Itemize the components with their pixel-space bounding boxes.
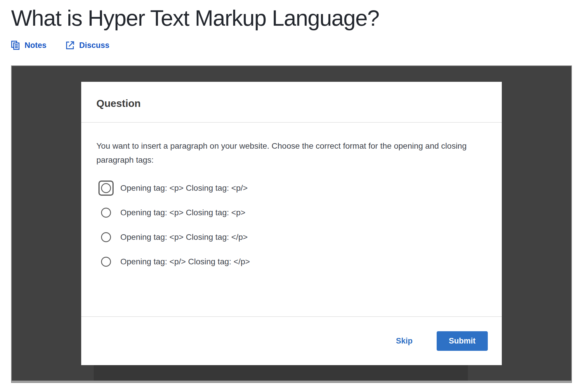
skip-button[interactable]: Skip [396, 337, 412, 346]
video-progress-bar[interactable] [12, 381, 571, 382]
radio-slot [96, 254, 116, 270]
discuss-link-label: Discuss [79, 41, 110, 50]
answer-option-4[interactable]: Opening tag: <p/> Closing tag: </p> [96, 254, 487, 270]
page-header: What is Hyper Text Markup Language? Note… [0, 0, 583, 50]
modal-body: You want to insert a paragraph on your w… [81, 123, 502, 316]
radio-button[interactable] [101, 208, 111, 218]
answer-option-2[interactable]: Opening tag: <p> Closing tag: <p> [96, 204, 487, 221]
video-frame [94, 365, 468, 381]
modal-footer: Skip Submit [81, 316, 502, 365]
option-label: Opening tag: <p/> Closing tag: </p> [120, 257, 250, 266]
radio-button[interactable] [101, 232, 111, 242]
answer-option-1[interactable]: Opening tag: <p> Closing tag: <p/> [96, 180, 487, 196]
radio-button[interactable] [101, 257, 111, 267]
radio-slot [96, 180, 116, 196]
toolbar: Notes Discuss [11, 41, 572, 50]
notes-link-label: Notes [25, 41, 46, 50]
option-label: Opening tag: <p> Closing tag: <p/> [120, 183, 248, 193]
external-link-icon [66, 41, 74, 50]
option-label: Opening tag: <p> Closing tag: <p> [120, 208, 245, 217]
radio-slot [96, 229, 116, 245]
page-title: What is Hyper Text Markup Language? [11, 4, 572, 32]
video-overlay-region: Question You want to insert a paragraph … [11, 65, 572, 383]
notes-link[interactable]: Notes [11, 41, 46, 50]
answer-option-3[interactable]: Opening tag: <p> Closing tag: </p> [96, 229, 487, 245]
modal-header: Question [81, 82, 502, 123]
question-text: You want to insert a paragraph on your w… [96, 139, 470, 167]
answer-options: Opening tag: <p> Closing tag: <p/> Openi… [96, 180, 487, 270]
radio-button[interactable] [101, 183, 111, 193]
question-modal: Question You want to insert a paragraph … [81, 82, 502, 365]
option-label: Opening tag: <p> Closing tag: </p> [120, 233, 248, 242]
radio-focus-ring [98, 181, 114, 196]
modal-title: Question [96, 98, 487, 109]
notes-icon [11, 41, 20, 50]
submit-button[interactable]: Submit [437, 331, 488, 351]
discuss-link[interactable]: Discuss [66, 41, 110, 50]
radio-slot [96, 204, 116, 221]
